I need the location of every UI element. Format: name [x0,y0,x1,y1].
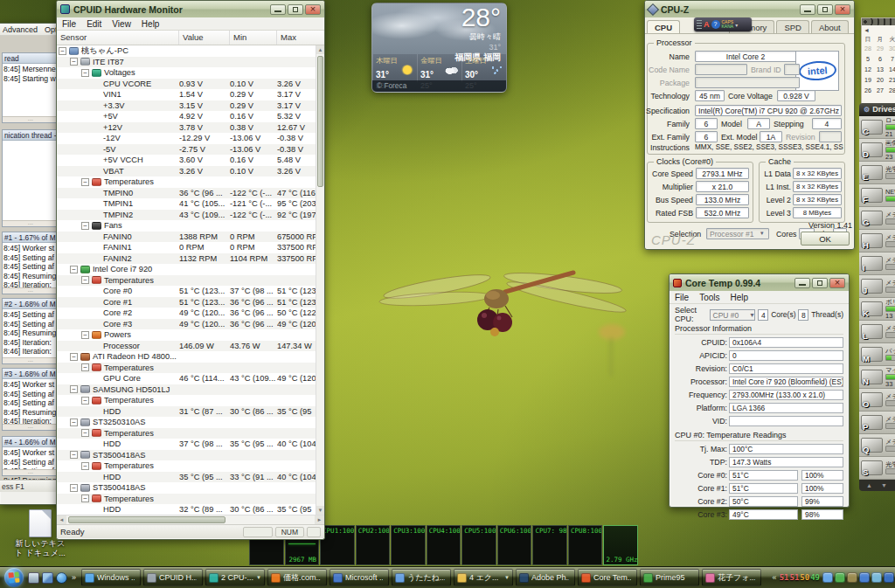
menu-item[interactable]: File [675,293,689,302]
tray-icon[interactable] [822,572,833,583]
worker-hscrollbar[interactable] [3,220,58,226]
tree-expander-icon[interactable] [81,495,89,502]
worker-window-title[interactable]: #1 - 1.67% of M [3,232,58,243]
tab-spd[interactable]: SPD [776,20,809,33]
tree-expander-icon[interactable] [81,178,89,186]
drive-row[interactable]: F NEW [859,184,895,207]
tree-expander-icon[interactable] [81,397,89,405]
menu-item[interactable]: Tools [699,293,719,302]
cpuz-window[interactable]: CPU-Z CPU Memory SPD About A ? CAPS KANA [644,0,855,250]
sensor-row[interactable]: FANIN1 0 RPM 0 RPM 337500 RPM [57,242,316,253]
sensor-row[interactable]: +3.3V 3.15 V 0.29 V 3.17 V [57,100,316,112]
worker-window-title[interactable]: nication thread - [3,130,58,141]
tree-expander-icon[interactable] [70,266,78,273]
coretemp-window[interactable]: Core Temp 0.99.4 FileToolsHelp Select CP… [669,273,850,508]
ime-options-icon[interactable]: ▾ [735,22,738,28]
tree-expander-icon[interactable] [81,363,89,371]
sensor-row[interactable]: ST3500418AS [57,482,316,494]
calendar-day[interactable]: 12 [862,65,874,75]
tree-expander-icon[interactable] [70,353,78,361]
switch-windows-icon[interactable] [42,572,53,584]
maximize-button[interactable] [288,4,303,15]
scrollbar-thumb[interactable] [317,56,323,187]
taskbar-window-button[interactable]: Adobe Ph... [516,569,575,586]
close-button[interactable] [829,278,845,288]
taskbar-window-button[interactable]: Core Tem... [578,569,637,586]
drive-row[interactable]: L メディ [859,321,895,343]
maximize-button[interactable] [812,278,828,288]
sensor-row[interactable]: SAMSUNG HD501LJ [57,384,316,396]
worker-hscrollbar[interactable] [3,116,58,122]
drive-row[interactable]: O メディ [859,389,895,412]
tray-icon[interactable] [884,572,894,583]
tree-expander-icon[interactable] [81,429,89,437]
taskbar-window-button[interactable]: CPUID H... [143,569,203,586]
sensor-row[interactable]: Processor 146.09 W 43.76 W 147.34 W [57,341,316,352]
sensor-row[interactable]: Temperatures [57,363,316,374]
calendar-day[interactable]: 29 [874,44,886,54]
menu-item[interactable]: Help [142,19,160,29]
sensor-row[interactable]: +5V VCCH 3.60 V 0.16 V 5.48 V [57,155,316,166]
sensor-row[interactable]: Temperatures [57,176,316,188]
scroll-right-icon[interactable] [315,515,324,524]
worker-hscrollbar[interactable] [3,424,58,430]
sensor-row[interactable]: ATI Radeon HD 4800... [57,351,316,363]
prime95-worker-window[interactable]: nication thread - [2,129,59,227]
worker-hscrollbar[interactable] [3,287,58,294]
calendar-day[interactable]: 30 [886,44,895,54]
minimize-button[interactable] [270,4,286,15]
sensor-row[interactable]: -12V -12.29 V -13.06 V -0.38 V [57,133,316,144]
calendar-day[interactable]: 6 [874,54,886,65]
scroll-left-icon[interactable] [57,515,66,524]
sensor-row[interactable]: TMPIN0 36 °C (96 ... -122 °C (-... 47 °C… [57,188,316,199]
sensor-column-headers[interactable]: Sensor Value Min Max [57,31,324,45]
internet-explorer-icon[interactable] [56,572,67,584]
sensor-row[interactable]: Powers [57,329,316,341]
sensor-row[interactable]: Temperatures [57,395,316,406]
ime-drag-handle-icon[interactable] [697,20,702,29]
quick-launch-overflow-icon[interactable]: » [72,573,76,582]
drive-row[interactable]: D 画像（ 23 [859,139,895,162]
sensor-row[interactable]: Intel Core i7 920 [57,264,316,275]
worker-hscrollbar[interactable] [3,469,58,475]
scroll-up-icon[interactable] [316,45,324,54]
ime-kana-button[interactable]: KANA [722,24,734,29]
sensor-row[interactable]: Fans [57,220,316,232]
cpuz-titlebar[interactable]: CPU-Z [645,1,854,17]
calendar-day[interactable]: 28 [862,44,874,54]
worker-hscrollbar[interactable] [3,357,58,363]
show-desktop-icon[interactable] [28,572,39,584]
forecast-day[interactable]: 金曜日 31° 25° [417,54,461,82]
tree-expander-icon[interactable] [70,58,78,66]
tray-icon[interactable] [847,572,857,583]
sensor-row[interactable]: HDD 37 °C (98 ... 35 °C (95 ... 40 °C (1… [57,439,316,450]
menu-item[interactable]: View [112,19,131,29]
drives-gadget-header[interactable]: Drives [859,103,895,116]
calendar-day[interactable]: 21 [886,75,895,86]
drive-row[interactable]: Q メディ [859,434,895,457]
tray-collapse-icon[interactable]: « [773,573,777,582]
forecast-day[interactable]: 土曜日 30° 25° [461,54,506,82]
calendar-day[interactable]: 7 [886,54,895,65]
worker-window-title[interactable]: #2 - 1.68% of M [3,299,58,309]
prime95-worker-window[interactable]: #2 - 1.68% of M 8:45] Setting af8:45] Se… [2,298,59,364]
tray-icon[interactable] [835,572,845,583]
sensor-row[interactable]: Core #0 51 °C (123... 37 °C (98 ... 51 °… [57,286,316,297]
coretemp-tray-temperature[interactable]: 51 [789,573,799,582]
prime95-menu-item[interactable]: Advanced [3,25,38,34]
close-button[interactable] [305,4,321,15]
taskbar-window-button[interactable]: Prime95 [640,569,699,586]
tree-expander-icon[interactable] [81,222,89,230]
taskbar-window-button[interactable]: 価格.com... [267,569,327,586]
menu-item[interactable]: Help [730,293,748,302]
drives-meter-gadget[interactable]: Drives C ローカ 21 [859,103,895,498]
sensor-row[interactable]: Temperatures [57,428,316,439]
tree-expander-icon[interactable] [70,419,78,426]
tree-expander-icon[interactable] [81,276,89,284]
drive-row[interactable]: I メディ [859,252,895,275]
sensor-row[interactable]: Temperatures [57,275,316,287]
calendar-day[interactable]: 28 [886,86,895,96]
drive-row[interactable]: J メディ [859,275,895,298]
coretemp-tray-temperature[interactable]: 50 [800,573,809,582]
worker-window-title[interactable]: read [3,53,58,64]
